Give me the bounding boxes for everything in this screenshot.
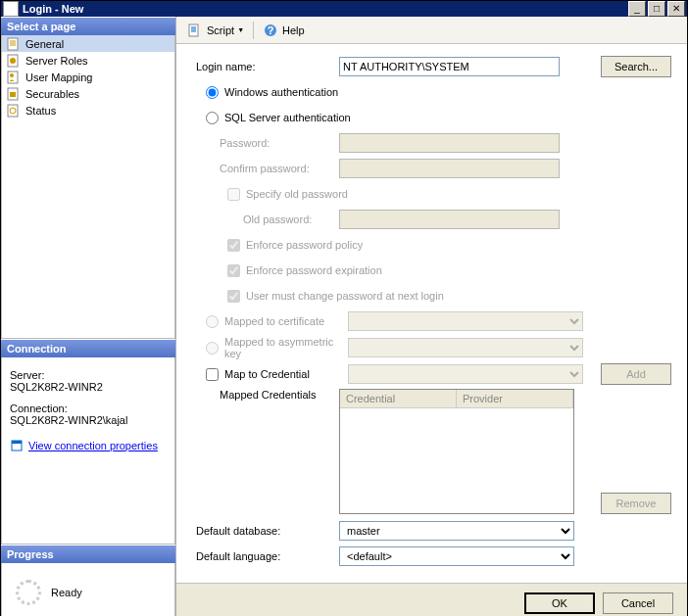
confirm-password-input bbox=[339, 159, 560, 178]
page-icon bbox=[6, 36, 22, 52]
remove-button: Remove bbox=[601, 493, 671, 514]
grid-header: Credential Provider bbox=[340, 390, 573, 408]
titlebar[interactable]: Login - New _ □ ✕ bbox=[1, 1, 687, 17]
nav-label: Securables bbox=[25, 88, 79, 100]
nav-label: Status bbox=[25, 105, 56, 117]
progress-text: Ready bbox=[51, 587, 82, 598]
select-page-header: Select a page bbox=[1, 17, 175, 35]
enforce-policy-check bbox=[227, 239, 240, 252]
minimize-button[interactable]: _ bbox=[628, 1, 646, 17]
enforce-policy-label: Enforce password policy bbox=[246, 239, 363, 251]
add-button: Add bbox=[601, 363, 671, 385]
server-label: Server: bbox=[10, 369, 167, 381]
svg-rect-6 bbox=[10, 92, 16, 97]
old-password-input bbox=[339, 210, 560, 229]
dialog-footer: OK Cancel bbox=[176, 583, 687, 616]
nav-label: Server Roles bbox=[25, 55, 88, 67]
cancel-button[interactable]: Cancel bbox=[603, 592, 673, 614]
default-database-combo[interactable]: master bbox=[339, 521, 574, 541]
nav-label: User Mapping bbox=[25, 71, 92, 83]
mapped-certificate-label: Mapped to certificate bbox=[224, 315, 348, 327]
must-change-label: User must change password at next login bbox=[246, 290, 444, 302]
progress-panel: Ready bbox=[1, 563, 175, 616]
right-panel: Script▼ ?Help Login name: Search... Wind… bbox=[175, 17, 687, 616]
svg-point-4 bbox=[10, 73, 14, 77]
map-credential-label: Map to Credential bbox=[224, 368, 348, 380]
connection-label: Connection: bbox=[10, 403, 167, 414]
left-panel: Select a page General Server Roles User … bbox=[1, 17, 175, 616]
script-icon bbox=[187, 23, 203, 38]
mapped-asymmetric-radio bbox=[206, 342, 219, 355]
grid-col-provider: Provider bbox=[457, 390, 573, 407]
page-icon bbox=[6, 70, 22, 85]
help-icon: ? bbox=[263, 23, 278, 38]
login-new-dialog: Login - New _ □ ✕ Select a page General … bbox=[0, 0, 688, 616]
dropdown-arrow-icon: ▼ bbox=[237, 26, 244, 33]
dialog-body: Select a page General Server Roles User … bbox=[1, 17, 687, 616]
toolbar-separator bbox=[253, 22, 254, 39]
view-connection-properties-link[interactable]: View connection properties bbox=[10, 438, 158, 453]
default-database-label: Default database: bbox=[192, 525, 339, 537]
app-icon bbox=[3, 1, 19, 17]
asymmetric-combo bbox=[348, 338, 583, 357]
mapped-credentials-grid[interactable]: Credential Provider bbox=[339, 389, 574, 514]
connection-value: SQL2K8R2-WINR2\kajal bbox=[10, 414, 167, 426]
nav-user-mapping[interactable]: User Mapping bbox=[2, 69, 174, 85]
search-button[interactable]: Search... bbox=[601, 56, 671, 77]
properties-icon bbox=[10, 438, 25, 453]
svg-rect-0 bbox=[8, 38, 18, 50]
specify-old-password-label: Specify old password bbox=[246, 188, 348, 200]
mapped-certificate-radio bbox=[206, 315, 219, 328]
page-icon bbox=[6, 86, 22, 102]
confirm-password-label: Confirm password: bbox=[192, 163, 339, 174]
ok-button[interactable]: OK bbox=[524, 592, 595, 614]
default-language-combo[interactable]: <default> bbox=[339, 546, 574, 566]
enforce-expiration-check bbox=[227, 264, 240, 277]
page-icon bbox=[6, 103, 22, 118]
windows-auth-radio[interactable] bbox=[206, 86, 219, 99]
help-button[interactable]: ?Help bbox=[258, 20, 310, 41]
progress-spinner-icon bbox=[16, 580, 41, 605]
connection-header: Connection bbox=[1, 339, 175, 357]
toolbar: Script▼ ?Help bbox=[176, 17, 687, 44]
specify-old-password-check bbox=[227, 188, 240, 201]
mapped-asymmetric-label: Mapped to asymmetric key bbox=[224, 336, 348, 359]
maximize-button[interactable]: □ bbox=[648, 1, 665, 17]
sql-auth-radio[interactable] bbox=[206, 112, 219, 124]
must-change-check bbox=[227, 290, 240, 303]
svg-rect-3 bbox=[8, 71, 18, 83]
login-name-input[interactable] bbox=[339, 57, 560, 76]
nav-server-roles[interactable]: Server Roles bbox=[2, 52, 174, 69]
mapped-credentials-label: Mapped Credentials bbox=[192, 389, 339, 401]
progress-header: Progress bbox=[1, 545, 175, 563]
certificate-combo bbox=[348, 311, 583, 331]
nav-status[interactable]: Status bbox=[2, 102, 174, 118]
window-title: Login - New bbox=[23, 3, 626, 15]
password-input bbox=[339, 133, 560, 153]
sql-auth-label: SQL Server authentication bbox=[224, 112, 351, 123]
general-form: Login name: Search... Windows authentica… bbox=[176, 44, 687, 583]
credential-combo bbox=[348, 364, 583, 384]
server-value: SQL2K8R2-WINR2 bbox=[10, 381, 167, 393]
close-button[interactable]: ✕ bbox=[667, 1, 685, 17]
page-icon bbox=[6, 53, 22, 69]
windows-auth-label: Windows authentication bbox=[224, 86, 338, 98]
svg-rect-11 bbox=[189, 24, 198, 36]
grid-col-credential: Credential bbox=[340, 390, 457, 407]
connection-panel: Server: SQL2K8R2-WINR2 Connection: SQL2K… bbox=[1, 357, 175, 545]
enforce-expiration-label: Enforce password expiration bbox=[246, 264, 382, 276]
old-password-label: Old password: bbox=[192, 213, 339, 225]
svg-rect-10 bbox=[12, 441, 22, 444]
default-language-label: Default language: bbox=[192, 550, 339, 562]
password-label: Password: bbox=[192, 137, 339, 149]
login-name-label: Login name: bbox=[192, 61, 339, 72]
nav-label: General bbox=[25, 38, 64, 50]
svg-text:?: ? bbox=[268, 24, 274, 36]
nav-general[interactable]: General bbox=[2, 35, 174, 52]
svg-point-2 bbox=[10, 58, 16, 64]
script-button[interactable]: Script▼ bbox=[182, 20, 249, 41]
map-credential-check[interactable] bbox=[206, 368, 219, 381]
nav-securables[interactable]: Securables bbox=[2, 85, 174, 102]
page-list: General Server Roles User Mapping Secura… bbox=[1, 35, 175, 339]
